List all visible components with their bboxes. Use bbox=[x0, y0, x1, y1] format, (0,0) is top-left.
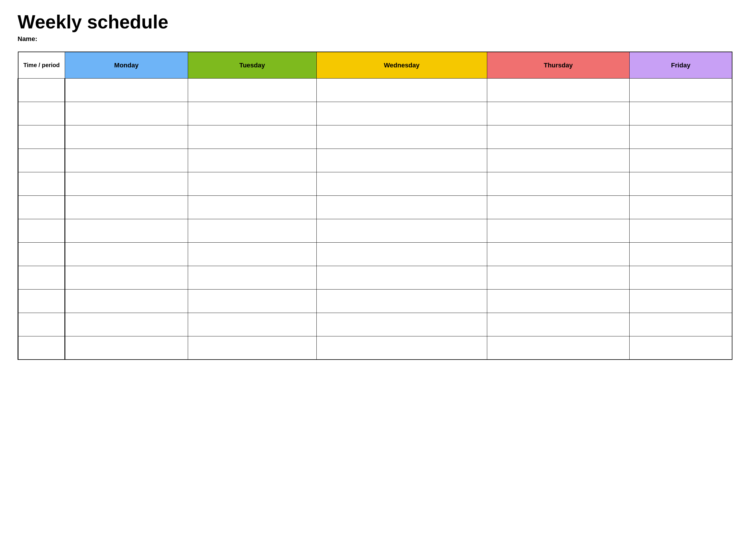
friday-header: Friday bbox=[630, 52, 732, 78]
schedule-cell[interactable] bbox=[65, 172, 188, 196]
schedule-cell[interactable] bbox=[65, 266, 188, 289]
table-row[interactable] bbox=[18, 289, 732, 313]
weekly-schedule-table: Time / period Monday Tuesday Wednesday T… bbox=[18, 52, 732, 360]
schedule-cell[interactable] bbox=[317, 242, 487, 266]
table-row[interactable] bbox=[18, 78, 732, 102]
schedule-cell[interactable] bbox=[630, 289, 732, 313]
schedule-cell[interactable] bbox=[317, 219, 487, 242]
header-row: Time / period Monday Tuesday Wednesday T… bbox=[18, 52, 732, 78]
schedule-cell[interactable] bbox=[630, 242, 732, 266]
time-cell[interactable] bbox=[18, 266, 65, 289]
schedule-cell[interactable] bbox=[487, 125, 630, 148]
schedule-cell[interactable] bbox=[65, 336, 188, 360]
schedule-cell[interactable] bbox=[630, 336, 732, 360]
schedule-cell[interactable] bbox=[188, 313, 317, 336]
time-cell[interactable] bbox=[18, 219, 65, 242]
schedule-cell[interactable] bbox=[65, 78, 188, 102]
schedule-cell[interactable] bbox=[317, 148, 487, 172]
thursday-header: Thursday bbox=[487, 52, 630, 78]
schedule-cell[interactable] bbox=[188, 172, 317, 196]
schedule-cell[interactable] bbox=[487, 78, 630, 102]
schedule-cell[interactable] bbox=[188, 289, 317, 313]
schedule-cell[interactable] bbox=[317, 336, 487, 360]
table-row[interactable] bbox=[18, 242, 732, 266]
schedule-cell[interactable] bbox=[188, 266, 317, 289]
time-cell[interactable] bbox=[18, 289, 65, 313]
table-row[interactable] bbox=[18, 336, 732, 360]
table-row[interactable] bbox=[18, 266, 732, 289]
table-row[interactable] bbox=[18, 196, 732, 219]
time-cell[interactable] bbox=[18, 336, 65, 360]
schedule-cell[interactable] bbox=[65, 289, 188, 313]
time-cell[interactable] bbox=[18, 78, 65, 102]
schedule-cell[interactable] bbox=[630, 313, 732, 336]
schedule-cell[interactable] bbox=[317, 102, 487, 125]
schedule-cell[interactable] bbox=[317, 313, 487, 336]
table-row[interactable] bbox=[18, 172, 732, 196]
schedule-cell[interactable] bbox=[487, 242, 630, 266]
schedule-cell[interactable] bbox=[487, 196, 630, 219]
schedule-cell[interactable] bbox=[317, 266, 487, 289]
schedule-cell[interactable] bbox=[188, 219, 317, 242]
schedule-cell[interactable] bbox=[630, 102, 732, 125]
schedule-cell[interactable] bbox=[317, 196, 487, 219]
schedule-cell[interactable] bbox=[630, 219, 732, 242]
monday-header: Monday bbox=[65, 52, 188, 78]
name-label: Name: bbox=[18, 35, 732, 43]
schedule-cell[interactable] bbox=[630, 172, 732, 196]
schedule-cell[interactable] bbox=[630, 78, 732, 102]
schedule-cell[interactable] bbox=[317, 78, 487, 102]
schedule-cell[interactable] bbox=[65, 148, 188, 172]
schedule-cell[interactable] bbox=[65, 313, 188, 336]
schedule-cell[interactable] bbox=[317, 289, 487, 313]
time-cell[interactable] bbox=[18, 102, 65, 125]
schedule-cell[interactable] bbox=[630, 266, 732, 289]
time-cell[interactable] bbox=[18, 242, 65, 266]
table-row[interactable] bbox=[18, 219, 732, 242]
schedule-cell[interactable] bbox=[188, 102, 317, 125]
schedule-cell[interactable] bbox=[188, 336, 317, 360]
schedule-cell[interactable] bbox=[65, 125, 188, 148]
wednesday-header: Wednesday bbox=[317, 52, 487, 78]
schedule-cell[interactable] bbox=[487, 313, 630, 336]
schedule-cell[interactable] bbox=[487, 172, 630, 196]
schedule-cell[interactable] bbox=[65, 242, 188, 266]
schedule-cell[interactable] bbox=[188, 242, 317, 266]
page-title: Weekly schedule bbox=[18, 12, 732, 32]
tuesday-header: Tuesday bbox=[188, 52, 317, 78]
schedule-cell[interactable] bbox=[188, 78, 317, 102]
table-row[interactable] bbox=[18, 148, 732, 172]
schedule-cell[interactable] bbox=[487, 266, 630, 289]
table-row[interactable] bbox=[18, 102, 732, 125]
schedule-cell[interactable] bbox=[188, 125, 317, 148]
schedule-cell[interactable] bbox=[65, 196, 188, 219]
time-cell[interactable] bbox=[18, 125, 65, 148]
schedule-cell[interactable] bbox=[188, 148, 317, 172]
time-cell[interactable] bbox=[18, 148, 65, 172]
schedule-cell[interactable] bbox=[65, 219, 188, 242]
time-cell[interactable] bbox=[18, 196, 65, 219]
schedule-cell[interactable] bbox=[188, 196, 317, 219]
schedule-cell[interactable] bbox=[487, 336, 630, 360]
schedule-cell[interactable] bbox=[487, 148, 630, 172]
time-cell[interactable] bbox=[18, 313, 65, 336]
schedule-cell[interactable] bbox=[630, 196, 732, 219]
schedule-cell[interactable] bbox=[630, 148, 732, 172]
schedule-cell[interactable] bbox=[317, 172, 487, 196]
time-period-header: Time / period bbox=[18, 52, 65, 78]
table-row[interactable] bbox=[18, 313, 732, 336]
schedule-cell[interactable] bbox=[630, 125, 732, 148]
schedule-cell[interactable] bbox=[487, 289, 630, 313]
time-cell[interactable] bbox=[18, 172, 65, 196]
schedule-cell[interactable] bbox=[487, 219, 630, 242]
schedule-cell[interactable] bbox=[487, 102, 630, 125]
table-row[interactable] bbox=[18, 125, 732, 148]
schedule-cell[interactable] bbox=[317, 125, 487, 148]
schedule-cell[interactable] bbox=[65, 102, 188, 125]
